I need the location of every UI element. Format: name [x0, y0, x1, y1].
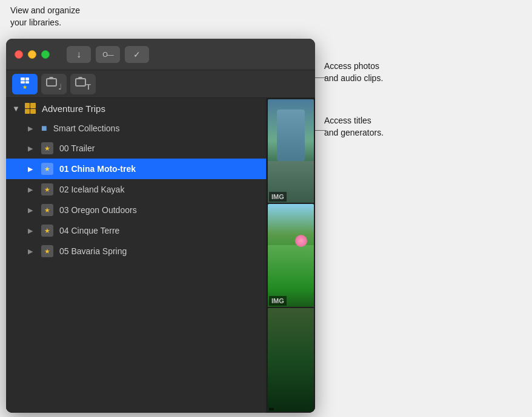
- thumbnail-3: [268, 308, 314, 412]
- thumb-image-3: [268, 308, 314, 412]
- sidebar-item-02-iceland[interactable]: ▶ ★ 02 Iceland Kayak: [6, 179, 266, 200]
- sidebar: ▼ Adventure Trips ▶ ■ Smart Collections …: [6, 98, 267, 413]
- thumb-label-3: [269, 408, 274, 410]
- sidebar-item-01-china[interactable]: ▶ ★ 01 China Moto-trek: [6, 159, 266, 179]
- item-label: 04 Cinque Terre: [59, 226, 119, 235]
- expand-arrow: ▶: [28, 227, 35, 235]
- tooltip-photos-audio: Access photosand audio clips.: [324, 61, 445, 84]
- main-content: ▼ Adventure Trips ▶ ■ Smart Collections …: [6, 98, 315, 413]
- tooltip-libraries-line2: your libraries.: [10, 18, 61, 27]
- star-icon-02: ★: [41, 183, 53, 195]
- title-bar: ↓ O— ✓: [6, 39, 315, 70]
- thumbnail-1: IMG: [268, 99, 314, 203]
- expand-arrow: ▶: [28, 145, 35, 153]
- key-icon: O—: [102, 51, 113, 58]
- tooltip-libraries-line1: View and organize: [10, 5, 80, 15]
- folder-icon: ■: [41, 123, 47, 134]
- thumb-image-2: [268, 204, 314, 307]
- sidebar-item-smart-collections[interactable]: ▶ ■ Smart Collections: [6, 119, 266, 138]
- item-label: 01 China Moto-trek: [59, 164, 136, 174]
- photos-audio-button[interactable]: ♩: [41, 74, 67, 94]
- traffic-lights: [15, 50, 50, 59]
- expand-arrow: ▶: [28, 186, 35, 194]
- expand-arrow: ▶: [28, 165, 35, 173]
- thumbnail-2: IMG: [268, 204, 314, 307]
- star-icon-05: ★: [41, 245, 53, 257]
- item-label: 00 Trailer: [59, 143, 95, 153]
- item-label: 05 Bavaria Spring: [59, 246, 127, 256]
- thumb-label-2: IMG: [269, 296, 287, 306]
- check-button[interactable]: ✓: [125, 46, 149, 63]
- app-window: ↓ O— ✓ ★: [6, 39, 315, 413]
- preview-pane: IMG IMG: [267, 98, 315, 413]
- item-label: 02 Iceland Kayak: [59, 185, 124, 194]
- minimize-button[interactable]: [28, 50, 36, 59]
- expand-arrow: ▶: [28, 206, 35, 214]
- sidebar-item-00-trailer[interactable]: ▶ ★ 00 Trailer: [6, 138, 266, 159]
- library-header[interactable]: ▼ Adventure Trips: [6, 98, 266, 119]
- tooltip-libraries: View and organize your libraries.: [10, 5, 158, 28]
- toolbar-buttons: ↓ O— ✓: [67, 46, 149, 63]
- library-expand-arrow: ▼: [12, 104, 20, 113]
- item-label: 03 Oregon Outdoors: [59, 205, 137, 215]
- sidebar-item-05-bavaria[interactable]: ▶ ★ 05 Bavaria Spring: [6, 241, 266, 261]
- download-button[interactable]: ↓: [67, 46, 91, 63]
- library-name: Adventure Trips: [42, 103, 105, 114]
- sidebar-item-04-cinque[interactable]: ▶ ★ 04 Cinque Terre: [6, 220, 266, 241]
- expand-arrow: ▶: [28, 125, 35, 133]
- titles-button[interactable]: T: [70, 74, 96, 94]
- expand-arrow: ▶: [28, 248, 35, 255]
- download-icon: ↓: [76, 49, 81, 60]
- star-icon-00: ★: [41, 142, 53, 154]
- star-icon-01: ★: [41, 163, 53, 175]
- libraries-button[interactable]: ★: [12, 74, 38, 94]
- item-label: Smart Collections: [53, 123, 120, 133]
- library-grid-icon: [25, 103, 36, 114]
- close-button[interactable]: [15, 50, 23, 59]
- star-icon-04: ★: [41, 225, 53, 237]
- star-icon-03: ★: [41, 204, 53, 216]
- thumb-image-1: [268, 99, 314, 203]
- tooltip-titles-generators: Access titlesand generators.: [324, 115, 445, 139]
- secondary-toolbar: ★ ♩ T: [6, 70, 315, 98]
- thumb-label-1: IMG: [269, 192, 287, 202]
- sidebar-item-03-oregon[interactable]: ▶ ★ 03 Oregon Outdoors: [6, 200, 266, 220]
- key-button[interactable]: O—: [96, 46, 120, 63]
- check-icon: ✓: [133, 50, 141, 59]
- maximize-button[interactable]: [41, 50, 50, 59]
